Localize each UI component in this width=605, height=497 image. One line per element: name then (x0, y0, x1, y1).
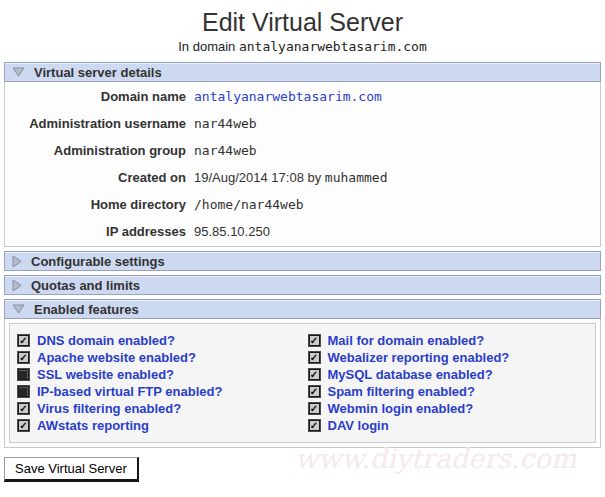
detail-value: 19/Aug/2014 17:08 by (194, 170, 325, 185)
detail-value: 95.85.10.250 (194, 224, 270, 239)
detail-label: Home directory (5, 197, 186, 212)
feature-label: SSL website enabled? (37, 367, 174, 382)
feature-label: Apache website enabled? (37, 350, 196, 365)
feature-row: IP-based virtual FTP enabled? (12, 383, 303, 400)
detail-row: IP addresses95.85.10.250 (5, 218, 600, 245)
section-header-enabled-features[interactable]: Enabled features (4, 299, 601, 319)
details-body: Domain nameantalyanarwebtasarim.comAdmin… (4, 82, 601, 247)
feature-checkbox[interactable] (308, 402, 321, 415)
feature-label: MySQL database enabled? (328, 367, 493, 382)
section-header-quotas-and-limits[interactable]: Quotas and limits (4, 275, 601, 295)
page-title: Edit Virtual Server (0, 8, 605, 37)
feature-checkbox[interactable] (17, 351, 30, 364)
expand-triangle-icon (12, 279, 22, 292)
feature-label: Virus filtering enabled? (37, 401, 181, 416)
feature-label: AWstats reporting (37, 418, 149, 433)
features-box: DNS domain enabled?Apache website enable… (9, 323, 596, 443)
detail-label: Created on (5, 170, 186, 185)
detail-value: /home/nar44web (194, 197, 304, 212)
feature-row: SSL website enabled? (12, 366, 303, 383)
section-title: Virtual server details (34, 65, 162, 80)
domain-text: antalyanarwebtasarim.com (239, 39, 427, 54)
features-body: DNS domain enabled?Apache website enable… (4, 319, 601, 448)
feature-row: Webmin login enabled? (303, 400, 594, 417)
section-header-virtual-server-details[interactable]: Virtual server details (4, 62, 601, 82)
detail-value-link[interactable]: antalyanarwebtasarim.com (194, 89, 382, 104)
feature-row: DAV login (303, 417, 594, 434)
page-subtitle: In domain antalyanarwebtasarim.com (0, 39, 605, 54)
detail-value: nar44web (194, 116, 257, 131)
section-title: Configurable settings (31, 254, 165, 269)
detail-value: nar44web (194, 143, 257, 158)
feature-label: Mail for domain enabled? (328, 333, 485, 348)
detail-row: Domain nameantalyanarwebtasarim.com (5, 83, 600, 110)
section-title: Quotas and limits (31, 278, 140, 293)
detail-row: Administration groupnar44web (5, 137, 600, 164)
feature-row: Mail for domain enabled? (303, 332, 594, 349)
feature-label: Spam filtering enabled? (328, 384, 475, 399)
feature-row: Apache website enabled? (12, 349, 303, 366)
feature-checkbox[interactable] (308, 368, 321, 381)
feature-checkbox[interactable] (17, 402, 30, 415)
feature-label: Webmin login enabled? (328, 401, 474, 416)
feature-checkbox[interactable] (308, 385, 321, 398)
detail-row: Home directory/home/nar44web (5, 191, 600, 218)
feature-label: Webalizer reporting enabled? (328, 350, 510, 365)
feature-checkbox[interactable] (308, 419, 321, 432)
detail-label: IP addresses (5, 224, 186, 239)
main-content: Virtual server details Domain nameantaly… (4, 62, 601, 448)
feature-checkbox[interactable] (17, 368, 30, 381)
feature-checkbox[interactable] (308, 351, 321, 364)
collapse-triangle-icon (12, 304, 25, 314)
feature-row: Webalizer reporting enabled? (303, 349, 594, 366)
detail-value-mono: muhammed (325, 170, 388, 185)
features-column-right: Mail for domain enabled?Webalizer report… (303, 332, 594, 434)
detail-label: Domain name (5, 89, 186, 104)
feature-row: Virus filtering enabled? (12, 400, 303, 417)
features-column-left: DNS domain enabled?Apache website enable… (12, 332, 303, 434)
feature-row: DNS domain enabled? (12, 332, 303, 349)
feature-label: IP-based virtual FTP enabled? (37, 384, 222, 399)
feature-row: MySQL database enabled? (303, 366, 594, 383)
feature-row: Spam filtering enabled? (303, 383, 594, 400)
subtitle-prefix: In domain (178, 39, 235, 54)
collapse-triangle-icon (12, 67, 25, 77)
section-virtual-server-details: Virtual server details Domain nameantaly… (4, 62, 601, 247)
feature-checkbox[interactable] (17, 419, 30, 432)
feature-label: DAV login (328, 418, 389, 433)
save-button[interactable]: Save Virtual Server (4, 457, 139, 482)
detail-label: Administration group (5, 143, 186, 158)
feature-checkbox[interactable] (17, 385, 30, 398)
section-header-configurable-settings[interactable]: Configurable settings (4, 251, 601, 271)
feature-checkbox[interactable] (308, 334, 321, 347)
detail-row: Administration usernamenar44web (5, 110, 600, 137)
expand-triangle-icon (12, 255, 22, 268)
feature-label: DNS domain enabled? (37, 333, 175, 348)
section-enabled-features: Enabled features DNS domain enabled?Apac… (4, 299, 601, 448)
section-title: Enabled features (34, 302, 139, 317)
feature-row: AWstats reporting (12, 417, 303, 434)
detail-label: Administration username (5, 116, 186, 131)
detail-row: Created on19/Aug/2014 17:08 by muhammed (5, 164, 600, 191)
feature-checkbox[interactable] (17, 334, 30, 347)
